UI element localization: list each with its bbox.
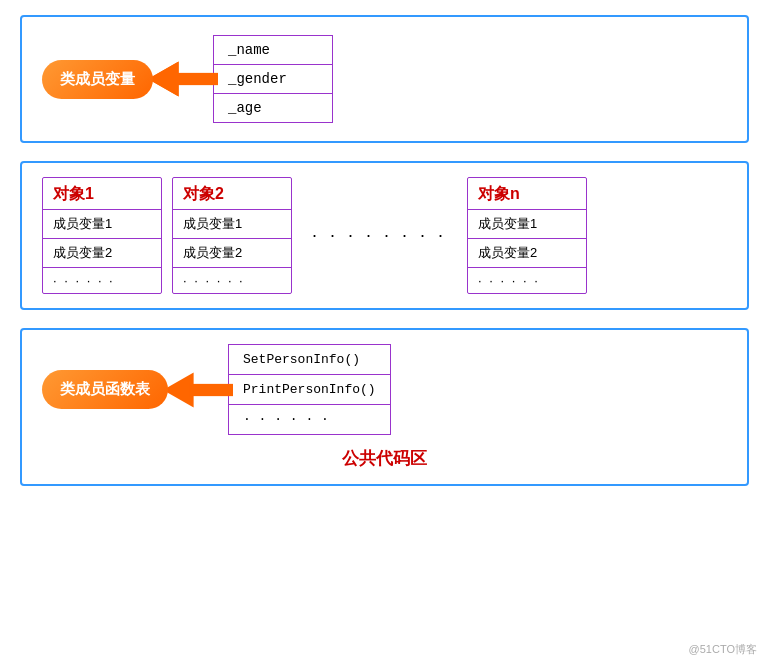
object-1-dots: · · · · · ·	[43, 268, 161, 293]
object-2-members: 成员变量1 成员变量2 · · · · · ·	[173, 209, 291, 293]
object-2-member-2: 成员变量2	[173, 239, 291, 268]
functions-table: SetPersonInfo() PrintPersonInfo() · · · …	[228, 344, 391, 435]
watermark: @51CTO博客	[689, 642, 757, 657]
arrow-icon	[148, 54, 218, 104]
variables-table: _name _gender _age	[213, 35, 333, 123]
object-2-box: 对象2 成员变量1 成员变量2 · · · · · ·	[172, 177, 292, 294]
var-age: _age	[214, 94, 332, 122]
var-gender: _gender	[214, 65, 332, 94]
var-name: _name	[214, 36, 332, 65]
top-section: 类成员变量 _name _gender _age	[20, 15, 749, 143]
object-n-title: 对象n	[468, 178, 586, 209]
bottom-arrow-icon	[163, 365, 233, 415]
middle-section: 对象1 成员变量1 成员变量2 · · · · · · 对象2 成员变量1 成员…	[20, 161, 749, 310]
object-n-members: 成员变量1 成员变量2 · · · · · ·	[468, 209, 586, 293]
main-container: 类成员变量 _name _gender _age 对象1 成员变量1 成员变量2…	[0, 0, 769, 665]
object-1-box: 对象1 成员变量1 成员变量2 · · · · · ·	[42, 177, 162, 294]
object-2-title: 对象2	[173, 178, 291, 209]
fn-dots: · · · · · ·	[229, 405, 390, 434]
object-1-member-1: 成员变量1	[43, 210, 161, 239]
objects-ellipsis: · · · · · · · ·	[302, 205, 457, 266]
fn-print-person-info: PrintPersonInfo()	[229, 375, 390, 405]
fn-set-person-info: SetPersonInfo()	[229, 345, 390, 375]
object-1-members: 成员变量1 成员变量2 · · · · · ·	[43, 209, 161, 293]
object-n-member-1: 成员变量1	[468, 210, 586, 239]
bottom-section: 类成员函数表 SetPersonInfo() PrintPersonInfo()…	[20, 328, 749, 486]
public-code-label: 公共代码区	[42, 447, 727, 470]
bottom-top-row: 类成员函数表 SetPersonInfo() PrintPersonInfo()…	[42, 344, 727, 435]
object-n-dots: · · · · · ·	[468, 268, 586, 293]
object-n-member-2: 成员变量2	[468, 239, 586, 268]
svg-rect-1	[174, 73, 218, 85]
object-1-title: 对象1	[43, 178, 161, 209]
object-2-dots: · · · · · ·	[173, 268, 291, 293]
svg-rect-4	[189, 383, 233, 395]
class-member-functions-pill: 类成员函数表	[42, 370, 168, 409]
object-n-box: 对象n 成员变量1 成员变量2 · · · · · ·	[467, 177, 587, 294]
object-2-member-1: 成员变量1	[173, 210, 291, 239]
class-member-variables-pill: 类成员变量	[42, 60, 153, 99]
object-1-member-2: 成员变量2	[43, 239, 161, 268]
